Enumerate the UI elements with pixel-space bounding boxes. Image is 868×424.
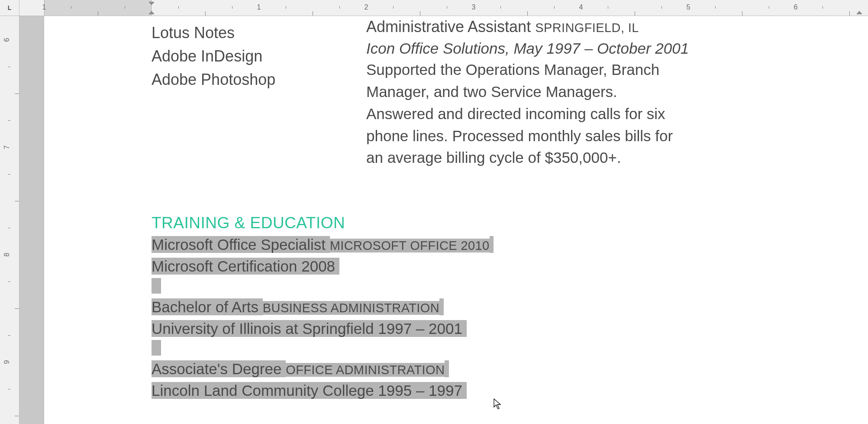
ruler-tick [447,6,447,9]
ruler-number: 1 [257,3,261,11]
ruler-number: 7 [3,145,11,149]
ruler-tick [15,94,19,94]
education-title: Microsoft Office Specialist [152,236,326,253]
ruler-tick [8,282,10,282]
education-sub: MICROSOFT OFFICE 2010 [330,239,490,252]
education-sub: OFFICE ADMINISTRATION [286,363,445,377]
ruler-tick [8,335,10,336]
skill-item[interactable]: Adobe Photoshop [152,68,366,91]
ruler-tick [232,6,232,9]
ruler-tick [661,6,662,9]
ruler-tick [8,67,10,67]
education-title: Associate's Degree [152,360,281,377]
document-canvas[interactable]: Lotus Notes Adobe InDesign Adobe Photosh… [19,16,868,424]
ruler-tick [98,11,98,16]
education-detail: Microsoft Certification 2008 [152,258,335,275]
right-indent-marker[interactable] [856,11,862,14]
vertical-ruler[interactable]: 6789 [0,16,19,424]
ruler-tick [393,6,394,9]
ruler-tick [15,416,19,416]
ruler-tick [286,6,286,9]
job-company-line[interactable]: Icon Office Solutions, May 1997 – Octobe… [366,38,768,59]
ruler-tick [71,6,71,9]
education-heading[interactable]: TRAINING & EDUCATION [152,214,768,232]
ruler-number: 3 [472,3,476,11]
document-page[interactable]: Lotus Notes Adobe InDesign Adobe Photosh… [44,16,868,424]
education-detail: Lincoln Land Community College 1995 – 19… [152,382,462,399]
ruler-tick [420,11,420,16]
education-title: Bachelor of Arts [152,298,258,315]
skills-column: Lotus Notes Adobe InDesign Adobe Photosh… [152,16,366,169]
ruler-tick [313,11,313,16]
ruler-tick [8,174,10,175]
selection-fragment [152,340,161,356]
ruler-tick [8,389,10,389]
ruler-number: 8 [3,252,11,256]
skill-item[interactable]: Adobe InDesign [152,45,366,68]
ruler-tab-selector[interactable]: L [0,0,19,16]
ruler-number: 9 [3,360,11,364]
job-description[interactable]: Supported the Operations Manager, Branch… [366,59,687,169]
tab-stop-indicator: L [8,4,12,11]
ruler-tick [8,228,10,228]
ruler-tick [635,11,635,16]
selection-fragment [152,278,161,294]
ruler-tick [823,6,823,9]
ruler-number: 6 [794,3,798,11]
ruler-tick [15,201,19,201]
ruler-number: 2 [365,3,368,11]
ruler-tick [8,120,10,121]
hanging-indent-marker[interactable] [148,11,155,14]
ruler-number: 5 [687,3,691,11]
job-title-line[interactable]: Administrative Assistant SPRINGFIELD, IL [366,16,768,38]
ruler-number: 6 [3,38,11,42]
job-title: Administrative Assistant [366,18,531,36]
ruler-tick [715,6,716,9]
education-sub: BUSINESS ADMINISTRATION [263,301,439,315]
horizontal-ruler[interactable]: 1123456 [19,0,868,16]
ruler-tick [205,11,206,16]
ruler-tick [742,11,742,16]
ruler-tick [849,11,850,16]
education-item[interactable]: Bachelor of Arts BUSINESS ADMINISTRATION… [152,296,768,340]
education-item[interactable]: Microsoft Office Specialist MICROSOFT OF… [152,234,768,278]
ruler-number: 4 [579,3,583,11]
word-processor-viewport: L 1123456 6789 Lotus Notes Adobe InDesig… [0,0,868,424]
ruler-tick [125,6,125,9]
skill-item[interactable]: Lotus Notes [152,21,366,45]
job-location: SPRINGFIELD, IL [535,21,639,35]
ruler-tick [527,11,528,16]
education-detail: University of Illinois at Springfield 19… [152,320,462,337]
ruler-tick [554,6,555,9]
ruler-tick [15,308,19,309]
ruler-tick [178,6,179,9]
ruler-tick [500,6,501,9]
ruler-tick [769,6,769,9]
experience-column: Administrative Assistant SPRINGFIELD, IL… [366,16,768,169]
ruler-tick [608,6,608,9]
first-line-indent-marker[interactable] [148,2,155,5]
ruler-number: 1 [42,3,46,11]
ruler-tick [339,6,340,9]
education-item[interactable]: Associate's Degree OFFICE ADMINISTRATION… [152,358,768,402]
